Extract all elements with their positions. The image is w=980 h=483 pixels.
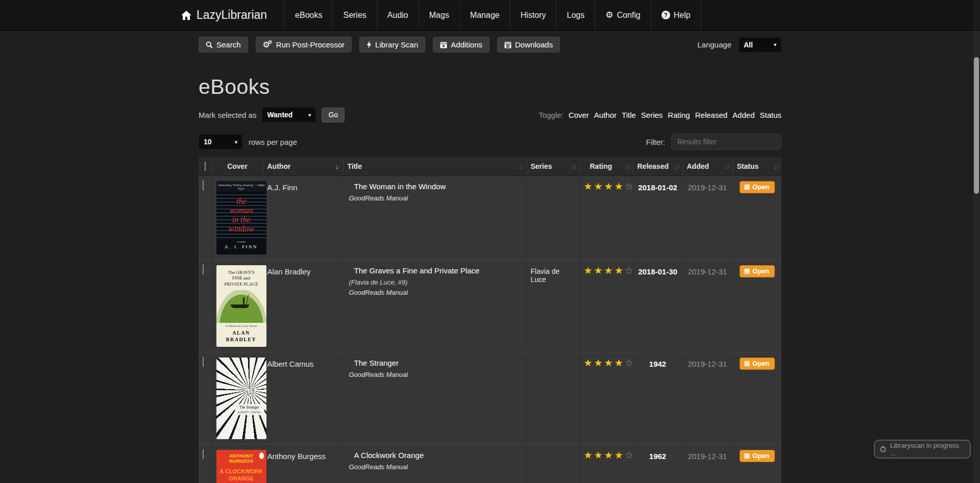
brand-link[interactable]: LazyLibrarian xyxy=(181,0,284,30)
book-title-link[interactable]: The Stranger xyxy=(348,359,522,367)
button-label: Additions xyxy=(451,40,482,49)
author-link[interactable]: A.J. Finn xyxy=(267,183,298,192)
nav-item-series[interactable]: Series xyxy=(332,0,376,30)
sort-icon: ↓↑ xyxy=(675,162,679,170)
header-status[interactable]: Status↓↑ xyxy=(732,157,781,175)
book-title-link[interactable]: A Clockwork Orange xyxy=(348,451,522,460)
additions-button[interactable]: Additions xyxy=(433,37,489,53)
author-cell: Anthony Burgess xyxy=(263,444,343,483)
released-cell: 2018-01-30 xyxy=(633,260,682,352)
rows-per-page-label: rows per page xyxy=(249,138,297,146)
row-select-cell xyxy=(199,175,212,260)
nav-item-help[interactable]: ? Help xyxy=(651,0,701,30)
downloads-button[interactable]: Downloads xyxy=(497,37,560,53)
header-label: Author xyxy=(267,162,291,170)
row-checkbox[interactable] xyxy=(203,449,204,459)
cover-cell: ANTHONY BURGESS A CLOCKWORK ORANGE xyxy=(212,444,263,483)
penguin-logo xyxy=(259,452,264,459)
header-label: Status xyxy=(737,162,759,170)
chevron-down-icon: ▾ xyxy=(308,112,311,118)
nav-item-mags[interactable]: Mags xyxy=(419,0,459,30)
nav-item-audio[interactable]: Audio xyxy=(377,0,419,30)
star-rating: ★★★★☆ xyxy=(584,181,635,192)
author-link[interactable]: Albert Camus xyxy=(267,360,314,368)
run-post-processor-button[interactable]: ⚙⚙ Run Post-Processor xyxy=(256,37,352,53)
mark-status-select[interactable]: Wanted ▾ xyxy=(262,107,316,122)
gear-icon: ⚙ xyxy=(605,11,613,19)
series-cell: Flavia de Luce xyxy=(526,260,579,352)
book-source: GoodReads Manual xyxy=(348,371,522,378)
status-cell: ▤Open xyxy=(732,175,781,260)
language-select[interactable]: All ▾ xyxy=(739,37,781,53)
open-button[interactable]: ▤Open xyxy=(740,358,775,370)
select-all-checkbox[interactable] xyxy=(205,162,206,171)
toggle-status[interactable]: Status xyxy=(760,111,781,119)
nav-item-manage[interactable]: Manage xyxy=(459,0,510,30)
header-label: Series xyxy=(531,162,552,170)
row-select-cell xyxy=(199,352,212,444)
row-checkbox[interactable] xyxy=(203,265,204,274)
row-checkbox[interactable] xyxy=(203,181,204,190)
toggle-added[interactable]: Added xyxy=(732,111,754,119)
library-scan-button[interactable]: Library Scan xyxy=(359,37,425,53)
nav-item-logs[interactable]: Logs xyxy=(556,0,595,30)
toggle-cover[interactable]: Cover xyxy=(569,111,589,119)
series-cell xyxy=(526,175,579,260)
button-label: Downloads xyxy=(515,40,553,49)
rows-per-page-select[interactable]: 10 ▾ xyxy=(199,134,242,149)
button-label: Run Post-Processor xyxy=(276,40,345,49)
open-button[interactable]: ▤Open xyxy=(740,265,775,277)
search-button[interactable]: Search xyxy=(199,37,248,53)
status-cell: ▤Open xyxy=(732,352,781,444)
button-label: Search xyxy=(216,40,241,49)
header-title[interactable]: Title↓↑ xyxy=(343,157,526,175)
search-icon xyxy=(206,41,213,48)
cover-cell: The GRAVE'S FINE and PRIVATE PLACE A Fla… xyxy=(212,260,263,352)
book-cover[interactable]: The Stranger ALBERT CAMUS xyxy=(216,358,266,439)
nav-item-history[interactable]: History xyxy=(510,0,556,30)
table-header-row: Cover Author↓↑ Title↓↑ Series↓↑ Rating↓↑… xyxy=(199,157,781,175)
title-cell: The Graves a Fine and Private Place (Fla… xyxy=(343,260,526,352)
toggle-title[interactable]: Title xyxy=(622,111,636,119)
star-rating: ★★★★☆ xyxy=(584,358,635,368)
table-row: “Astounding. Thrilling. Amazing.” —Gilli… xyxy=(199,175,781,260)
cover-art xyxy=(216,290,266,323)
header-series[interactable]: Series↓↑ xyxy=(526,157,579,175)
row-select-cell xyxy=(199,260,212,352)
row-checkbox[interactable] xyxy=(203,357,204,367)
cover-art: the woman in the window xyxy=(216,192,266,240)
go-button[interactable]: Go xyxy=(322,108,345,122)
open-button[interactable]: ▤Open xyxy=(740,450,775,462)
toggle-author[interactable]: Author xyxy=(594,111,617,119)
series-link[interactable]: Flavia de Luce xyxy=(531,267,560,284)
nav-item-ebooks[interactable]: eBooks xyxy=(284,0,332,30)
top-navbar: LazyLibrarian eBooks Series Audio Mags M… xyxy=(0,0,980,31)
added-cell: 2019-12-31 xyxy=(682,444,732,483)
book-cover[interactable]: “Astounding. Thrilling. Amazing.” —Gilli… xyxy=(216,181,266,255)
nav-label: Audio xyxy=(387,11,408,20)
author-link[interactable]: Alan Bradley xyxy=(267,267,311,276)
results-filter-input[interactable] xyxy=(671,134,781,150)
header-author[interactable]: Author↓↑ xyxy=(263,157,343,175)
book-title-link[interactable]: The Woman in the Window xyxy=(348,182,522,191)
scrollbar-thumb[interactable] xyxy=(974,57,979,194)
open-button[interactable]: ▤Open xyxy=(740,181,775,193)
toggle-released[interactable]: Released xyxy=(695,111,727,119)
table-row: ANTHONY BURGESS A CLOCKWORK ORANGE Antho… xyxy=(199,444,781,483)
book-cover[interactable]: The GRAVE'S FINE and PRIVATE PLACE A Fla… xyxy=(216,265,266,347)
header-added[interactable]: Added↓↑ xyxy=(682,157,732,175)
book-icon: ▤ xyxy=(744,268,750,274)
filter-label: Filter: xyxy=(646,138,666,146)
author-link[interactable]: Anthony Burgess xyxy=(267,452,326,461)
toggle-series[interactable]: Series xyxy=(641,111,663,119)
mark-status-value: Wanted xyxy=(267,111,292,119)
header-rating[interactable]: Rating↓↑ xyxy=(579,157,633,175)
bolt-icon xyxy=(366,41,372,48)
book-title-link[interactable]: The Graves a Fine and Private Place xyxy=(348,266,522,275)
book-cover[interactable]: ANTHONY BURGESS A CLOCKWORK ORANGE xyxy=(216,450,266,483)
header-released[interactable]: Released↓↑ xyxy=(633,157,682,175)
toggle-rating[interactable]: Rating xyxy=(668,111,690,119)
select-all-header xyxy=(199,157,212,175)
series-cell xyxy=(526,444,579,483)
nav-item-config[interactable]: ⚙ Config xyxy=(595,0,651,30)
